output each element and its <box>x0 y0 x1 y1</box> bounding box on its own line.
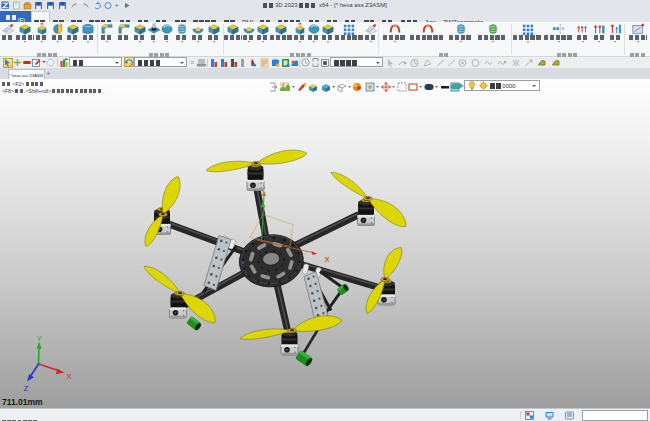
svg-text:X: X <box>324 254 329 263</box>
svg-text:X: X <box>66 371 72 380</box>
svg-text:Z: Z <box>24 383 29 392</box>
svg-text:Y: Y <box>37 333 43 342</box>
